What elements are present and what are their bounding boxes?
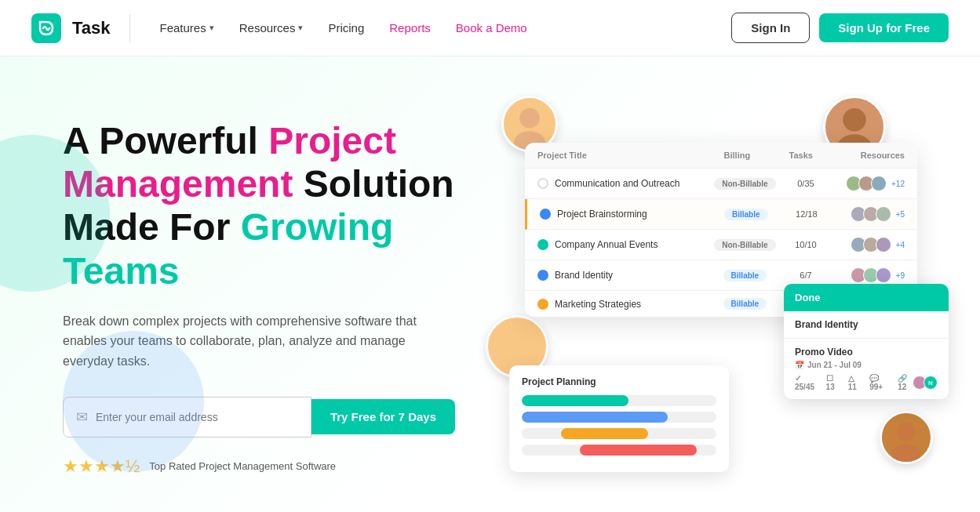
done-stats: ✓ 25/45 ☐ 13 △ 11 💬 99+ 🔗 12	[795, 374, 916, 391]
col-title-header: Project Title	[537, 151, 697, 160]
row-project-name: Marketing Strategies	[555, 299, 707, 310]
hero-left: A Powerful Project Management SolutionMa…	[63, 103, 471, 477]
row-resources: +5	[829, 206, 905, 222]
row-project-name: Company Annual Events	[555, 239, 707, 250]
hero-section: A Powerful Project Management SolutionMa…	[0, 56, 980, 512]
hero-subtitle: Break down complex projects with compreh…	[63, 311, 439, 372]
row-indicator	[540, 209, 551, 220]
row-tasks: 6/7	[783, 271, 829, 280]
hero-right: Project Title Billing Tasks Resources Co…	[478, 96, 949, 488]
row-tasks: 10/10	[783, 240, 829, 249]
nav-pricing[interactable]: Pricing	[317, 15, 375, 41]
nav-demo[interactable]: Book a Demo	[445, 15, 538, 41]
ntask-icon	[37, 19, 56, 38]
gantt-bar-3	[522, 428, 716, 439]
col-tasks-header: Tasks	[777, 151, 825, 160]
row-project-name: Brand Identity	[555, 270, 707, 281]
gantt-card: Project Planning	[509, 365, 729, 472]
logo-text: Task	[72, 18, 111, 38]
rating-row: ★★★★½ Top Rated Project Management Softw…	[63, 456, 471, 477]
table-row: Project Brainstorming Billable 12/18 +5	[525, 199, 917, 230]
nav-features[interactable]: Features ▾	[149, 15, 225, 41]
done-avatars: N	[916, 376, 938, 390]
hero-title: A Powerful Project Management SolutionMa…	[63, 119, 471, 292]
row-billing: Non-Billable	[707, 178, 783, 190]
avatar-bottom-right	[880, 411, 933, 464]
row-tasks: 0/35	[783, 179, 829, 188]
signin-button[interactable]: Sign In	[731, 13, 810, 43]
hero-form: ✉ Try Free for 7 Days	[63, 397, 455, 438]
done-item-1: Brand Identity	[784, 311, 949, 339]
table-row: Communication and Outreach Non-Billable …	[525, 169, 917, 199]
title-pink: Project	[268, 120, 396, 162]
row-billing: Billable	[707, 298, 783, 310]
nav-resources[interactable]: Resources ▾	[228, 15, 315, 41]
email-icon: ✉	[76, 409, 88, 426]
resources-chevron-icon: ▾	[298, 23, 303, 33]
svg-point-0	[519, 108, 540, 129]
row-resources: +9	[829, 267, 905, 283]
row-indicator	[537, 178, 548, 189]
gantt-bar-1	[522, 395, 716, 406]
row-indicator	[537, 239, 548, 250]
col-billing-header: Billing	[697, 151, 777, 160]
done-item-2-title: Promo Video	[795, 347, 938, 358]
table-header: Project Title Billing Tasks Resources	[525, 143, 917, 169]
email-input[interactable]	[96, 411, 298, 423]
star-rating: ★★★★½	[63, 456, 140, 477]
done-item-2-date: 📅 Jun 21 - Jul 09	[795, 361, 938, 369]
row-indicator	[537, 299, 548, 310]
row-tasks: 12/18	[784, 209, 829, 219]
svg-point-7	[892, 444, 920, 464]
row-indicator	[537, 270, 548, 281]
calendar-icon: 📅	[795, 361, 804, 369]
gantt-bar-2	[522, 412, 716, 423]
nav-links: Features ▾ Resources ▾ Pricing Reports B…	[149, 15, 538, 41]
row-project-name: Project Brainstorming	[557, 209, 709, 220]
table-row: Company Annual Events Non-Billable 10/10…	[525, 230, 917, 260]
svg-point-6	[897, 423, 916, 441]
cta-button[interactable]: Try Free for 7 Days	[311, 399, 455, 434]
svg-point-2	[843, 108, 866, 132]
row-resources: +12	[829, 176, 905, 191]
col-resources-header: Resources	[825, 151, 905, 160]
nav-left: Task Features ▾ Resources ▾ Pricing Repo…	[31, 13, 538, 43]
done-item-2-row: ✓ 25/45 ☐ 13 △ 11 💬 99+ 🔗 12 N	[795, 374, 938, 391]
gantt-bar-4	[522, 445, 716, 456]
signup-button[interactable]: Sign Up for Free	[819, 13, 949, 42]
row-billing: Billable	[709, 209, 784, 220]
done-item-1-title: Brand Identity	[795, 319, 938, 330]
row-billing: Non-Billable	[707, 239, 783, 251]
row-billing: Billable	[707, 270, 783, 281]
row-resources: +4	[829, 237, 905, 252]
done-item-2: Promo Video 📅 Jun 21 - Jul 09 ✓ 25/45 ☐ …	[784, 339, 949, 399]
nav-right: Sign In Sign Up for Free	[731, 13, 949, 43]
done-card: Done Brand Identity Promo Video 📅 Jun 21…	[784, 284, 949, 399]
rating-text: Top Rated Project Management Software	[149, 460, 336, 472]
email-wrapper[interactable]: ✉	[63, 397, 311, 438]
title-part1: A Powerful	[63, 120, 268, 162]
nav-divider	[129, 14, 130, 42]
done-card-header: Done	[784, 284, 949, 311]
svg-point-4	[505, 328, 529, 351]
logo[interactable]: Task	[31, 13, 111, 43]
nav-reports[interactable]: Reports	[378, 15, 442, 41]
title-management: Management	[63, 163, 304, 205]
features-chevron-icon: ▾	[209, 23, 214, 33]
gantt-title: Project Planning	[522, 376, 716, 387]
row-project-name: Communication and Outreach	[555, 178, 707, 189]
logo-icon	[31, 13, 61, 43]
navbar: Task Features ▾ Resources ▾ Pricing Repo…	[0, 0, 980, 56]
